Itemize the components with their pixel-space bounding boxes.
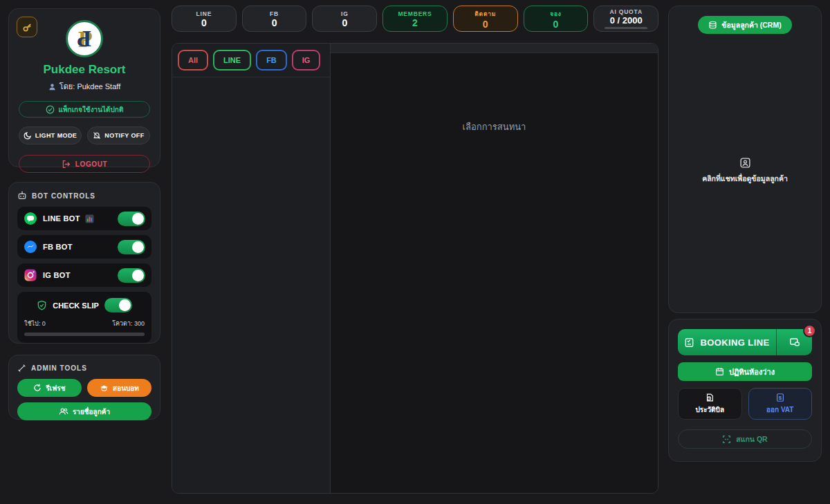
bar-chart-icon: [85, 214, 94, 223]
conversation-list: All LINE FB IG: [172, 44, 331, 493]
vacancy-calendar-button[interactable]: ปฏิทินห้องว่าง: [678, 362, 812, 381]
moon-icon: [24, 131, 32, 140]
admin-tools-title: ADMIN TOOLS: [31, 364, 87, 372]
scan-qr-button[interactable]: สแกน QR: [678, 429, 812, 449]
stat-members: MEMBERS 2: [382, 6, 448, 32]
ai-quota-progress-bar: [605, 27, 647, 29]
bill-history-button[interactable]: ประวัติบิล: [678, 388, 742, 420]
ig-bot-toggle[interactable]: [118, 268, 145, 283]
receipt-icon: $: [775, 393, 785, 402]
shield-check-icon: [37, 300, 47, 310]
slip-quota-text: โควตา: 300: [112, 319, 145, 328]
refresh-icon: [33, 384, 42, 392]
stat-followups-value: 0: [483, 19, 488, 29]
user-icon: [48, 83, 56, 91]
fb-bot-toggle[interactable]: [118, 240, 145, 254]
filter-ig-button[interactable]: IG: [292, 50, 321, 71]
svg-text:$: $: [778, 395, 782, 401]
booking-line-label: BOOKING LINE: [700, 337, 769, 348]
check-slip-box: CHECK SLIP ใช้ไป: 0 โควตา: 300: [17, 292, 151, 343]
key-icon: [22, 22, 33, 32]
users-icon: [59, 407, 68, 416]
ig-bot-row: IG BOT: [17, 263, 151, 287]
graduation-cap-icon: [100, 384, 109, 393]
mode-row: LIGHT MODE NOTIFY OFF: [19, 127, 150, 144]
crm-empty-text: คลิกที่แชทเพื่อดูข้อมูลลูกค้า: [669, 173, 821, 185]
booking-notification-badge: 1: [803, 324, 816, 337]
stat-followups: ติดตาม 0: [453, 6, 518, 32]
line-icon: [24, 212, 37, 225]
line-bot-label: LINE BOT: [43, 214, 80, 223]
api-key-button[interactable]: [17, 17, 37, 37]
vat-button[interactable]: $ ออก VAT: [748, 388, 813, 420]
slip-progress-bar: [24, 333, 145, 336]
refresh-button[interactable]: รีเฟรช: [17, 379, 82, 397]
customer-list-label: รายชื่อลูกค้า: [73, 407, 110, 417]
staff-name-text: โดย: Pukdee Staff: [59, 80, 120, 93]
stat-ai-quota-label: AI QUOTA: [610, 8, 643, 15]
robot-icon: [17, 191, 27, 200]
stat-line-label: LINE: [196, 10, 212, 17]
refresh-label: รีเฟรช: [46, 383, 65, 393]
stat-ai-quota-value: 0 / 2000: [610, 16, 643, 25]
line-bot-toggle[interactable]: [118, 212, 145, 226]
bot-controls-title: BOT CONTROLS: [32, 192, 95, 200]
train-bot-label: สอนบอท: [113, 383, 139, 393]
filter-line-button[interactable]: LINE: [213, 50, 251, 71]
stat-line-value: 0: [201, 18, 207, 28]
check-slip-toggle[interactable]: [104, 298, 132, 312]
booking-line-row: BOOKING LINE 1: [678, 329, 812, 355]
crm-empty-state: คลิกที่แชทเพื่อดูข้อมูลลูกค้า: [669, 157, 821, 185]
bot-controls-card: BOT CONTROLS LINE BOT FB BOT: [8, 182, 160, 344]
notify-off-button[interactable]: NOTIFY OFF: [87, 127, 150, 144]
stat-line: LINE 0: [172, 6, 237, 32]
package-status-pill: แพ็กเกจใช้งานได้ปกติ: [19, 101, 150, 118]
logout-icon: [62, 160, 71, 169]
crm-header-label: ข้อมูลลูกค้า (CRM): [721, 19, 781, 31]
chat-topbar: [331, 44, 658, 53]
filter-all-button[interactable]: All: [178, 50, 208, 71]
light-mode-button[interactable]: LIGHT MODE: [19, 127, 82, 144]
customer-list-button[interactable]: รายชื่อลูกค้า: [17, 402, 151, 420]
booking-tools-row: ประวัติบิล $ ออก VAT: [678, 388, 812, 420]
filter-fb-button[interactable]: FB: [256, 50, 287, 71]
logout-button[interactable]: LOGOUT: [19, 155, 150, 173]
fb-bot-row: FB BOT: [17, 235, 151, 259]
bell-off-icon: [93, 131, 101, 140]
ledger-icon: [684, 337, 694, 348]
svg-text:P: P: [77, 26, 91, 52]
stat-bookings-label: จอง: [550, 9, 562, 19]
stat-ig-label: IG: [341, 10, 349, 17]
line-bot-row: LINE BOT: [17, 207, 151, 230]
stat-ai-quota: AI QUOTA 0 / 2000: [593, 6, 658, 32]
conversation-list-empty[interactable]: [172, 77, 330, 493]
history-icon: [705, 393, 714, 402]
profile-card: P P Pukdee Resort โดย: Pukdee Staff แพ็ก…: [8, 8, 160, 167]
stat-members-label: MEMBERS: [398, 10, 432, 17]
instagram-icon: [24, 268, 37, 282]
stat-fb-label: FB: [270, 10, 279, 17]
logout-label: LOGOUT: [75, 160, 107, 168]
package-status-text: แพ็กเกจใช้งานได้ปกติ: [59, 104, 124, 115]
admin-tools-card: ADMIN TOOLS รีเฟรช สอนบอท: [8, 355, 160, 420]
app-root: P P Pukdee Resort โดย: Pukdee Staff แพ็ก…: [0, 0, 830, 504]
train-bot-button[interactable]: สอนบอท: [87, 379, 151, 397]
admin-tools-header: ADMIN TOOLS: [17, 364, 151, 373]
chat-empty-state: เลือกการสนทนา: [331, 120, 658, 134]
chat-shell: All LINE FB IG เลือกการสนทนา: [172, 43, 658, 494]
chat-view: เลือกการสนทนา: [331, 44, 658, 493]
right-column: ข้อมูลลูกค้า (CRM) คลิกที่แชทเพื่อดูข้อม…: [668, 6, 822, 462]
resort-name: Pukdee Resort: [19, 63, 150, 77]
crm-header-button[interactable]: ข้อมูลลูกค้า (CRM): [698, 16, 791, 34]
qr-scan-icon: [722, 435, 731, 444]
stat-ig-value: 0: [342, 18, 347, 28]
fb-bot-label: FB BOT: [43, 243, 73, 251]
vacancy-calendar-label: ปฏิทินห้องว่าง: [729, 366, 775, 378]
bot-controls-header: BOT CONTROLS: [17, 191, 151, 200]
resort-logo: P P: [66, 20, 103, 57]
booking-line-button[interactable]: BOOKING LINE: [678, 329, 776, 355]
stat-ig: IG 0: [312, 6, 377, 32]
light-mode-label: LIGHT MODE: [35, 132, 77, 139]
vat-label: ออก VAT: [766, 404, 793, 415]
booking-panel: BOOKING LINE 1 ปฏิทินห้องว่าง: [668, 319, 822, 462]
